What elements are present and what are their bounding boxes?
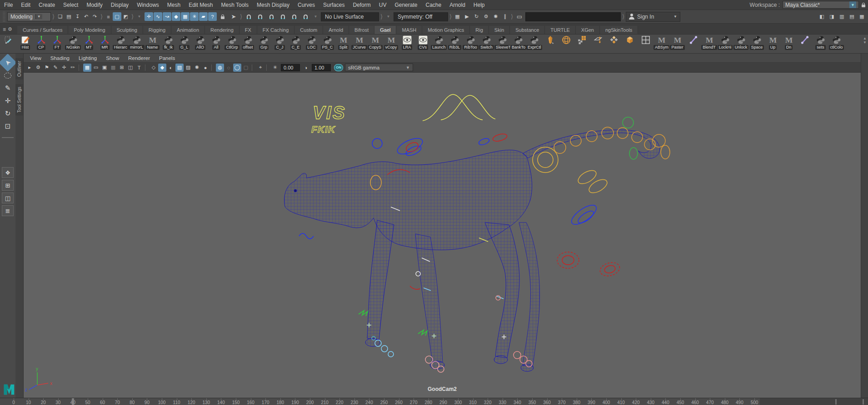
safe-title-icon[interactable]: T: [135, 64, 143, 72]
shelf-tab-arnold[interactable]: Arnold: [323, 26, 349, 34]
anti-aliasing-icon[interactable]: ◯: [233, 64, 241, 72]
bookmark-icon[interactable]: ⚑: [43, 64, 51, 72]
tool-settings-icon[interactable]: ▤: [848, 12, 856, 21]
workspace-pin-icon[interactable]: [862, 5, 865, 7]
shelf-button-Paster[interactable]: MPaster: [669, 35, 685, 50]
shelf-button-mirrorL[interactable]: mirrorL: [129, 35, 145, 50]
attribute-editor-icon[interactable]: ▥: [838, 12, 846, 21]
shelf-button-NGskin[interactable]: NGskin: [65, 35, 81, 50]
time-slider[interactable]: 0102030405060708090100110120130140150160…: [0, 398, 868, 405]
save-scene-icon[interactable]: ↧: [73, 12, 82, 21]
menu-surfaces[interactable]: Surfaces: [319, 0, 349, 10]
range-handle[interactable]: [863, 399, 864, 405]
redo-icon[interactable]: ↷: [90, 12, 99, 21]
camera-select-icon[interactable]: ▸: [25, 64, 34, 72]
mask-meshes-icon[interactable]: ▦: [181, 12, 190, 21]
mask-rendering-icon[interactable]: ▰: [199, 12, 208, 21]
tab-tool-settings[interactable]: Tool Settings: [15, 84, 23, 115]
chevron-down-icon[interactable]: ▼: [384, 12, 393, 21]
shelf-button-fk_Ik[interactable]: fk_Ik: [160, 35, 176, 50]
menu-windows[interactable]: Windows: [133, 0, 163, 10]
menu-set-selector[interactable]: Modeling ▼: [7, 12, 51, 21]
shelf-button-LRA[interactable]: LRA: [399, 35, 415, 50]
shelf-tab-bifrost[interactable]: Bifrost: [349, 26, 374, 34]
new-scene-icon[interactable]: ❏: [56, 12, 65, 21]
highlight-selection-icon[interactable]: ➤: [229, 12, 239, 22]
menu-display[interactable]: Display: [107, 0, 133, 10]
gamma-field[interactable]: 1.00: [312, 64, 331, 71]
shelf-button-Rib3L[interactable]: Rib3L: [447, 35, 463, 50]
shelf-button-orange-pot[interactable]: [542, 35, 558, 50]
mask-curves-icon[interactable]: ∿: [154, 12, 162, 21]
open-scene-icon[interactable]: ▤: [65, 12, 73, 21]
shelf-button-Space[interactable]: Space: [749, 35, 765, 50]
mask-clusters-icon[interactable]: ✳: [190, 12, 199, 21]
panel-menu-view[interactable]: View: [25, 55, 46, 61]
mask-paths-icon[interactable]: ↝: [163, 12, 171, 21]
grid-toggle-icon[interactable]: ▦: [83, 64, 91, 72]
shelf-button-LockHi[interactable]: LockHi: [717, 35, 733, 50]
color-space-selector[interactable]: sRGB gamma ▼: [345, 64, 413, 71]
gate-mask-icon[interactable]: ▩: [109, 64, 117, 72]
move-tool[interactable]: ✛: [1, 94, 14, 107]
live-surface-field[interactable]: No Live Surface: [321, 12, 379, 21]
shelf-button-CP[interactable]: CP: [33, 35, 49, 50]
shelf-button-orange-sphere[interactable]: [558, 35, 574, 50]
tab-outliner[interactable]: Outliner: [15, 58, 23, 79]
menu-create[interactable]: Create: [35, 0, 59, 10]
menu-cache[interactable]: Cache: [421, 0, 445, 10]
shelf-button-sets[interactable]: sets: [813, 35, 828, 50]
wireframe-on-shaded-icon[interactable]: ▨: [184, 64, 192, 72]
shelf-tab-poly-modeling[interactable]: Poly Modeling: [68, 26, 111, 34]
chevron-down-icon[interactable]: ▼: [849, 1, 856, 8]
shelf-button-Hist[interactable]: Hist: [17, 35, 33, 50]
shelf-button-BlendT[interactable]: MBlendT: [701, 35, 717, 50]
mask-surfaces-icon[interactable]: ◆: [172, 12, 180, 21]
shelf-button-bone[interactable]: [797, 35, 813, 50]
shelf-tab-rendering[interactable]: Rendering: [205, 26, 239, 34]
shelf-button-CVs[interactable]: CVs: [415, 35, 431, 50]
shelf-button-Launch[interactable]: Launch: [431, 35, 447, 50]
shelf-button-JCurve[interactable]: MJCurve: [351, 35, 367, 50]
undo-icon[interactable]: ↶: [82, 12, 90, 21]
contrast-icon[interactable]: ◑: [302, 64, 310, 72]
menu-mesh-tools[interactable]: Mesh Tools: [217, 0, 253, 10]
panel-menu-shading[interactable]: Shading: [46, 55, 74, 61]
shelf-button-AllO[interactable]: AllO: [192, 35, 208, 50]
shelf-button-orange-grid[interactable]: [574, 35, 590, 50]
shelf-scroll-arrows[interactable]: ▲▼: [862, 35, 868, 44]
shelf-button-bone[interactable]: [685, 35, 701, 50]
menu-edit[interactable]: Edit: [17, 0, 35, 10]
shelf-button-PS_C[interactable]: PS_C: [319, 35, 335, 50]
layout-two-pane[interactable]: ◫: [2, 193, 14, 203]
modeling-toolkit-icon[interactable]: ◧: [818, 12, 826, 21]
shelf-button-orange-diamonds[interactable]: [606, 35, 622, 50]
shelf-tab-fx-caching[interactable]: FX Caching: [257, 26, 294, 34]
shelf-button-Unlock[interactable]: Unlock: [733, 35, 749, 50]
motion-blur-icon[interactable]: ◌: [224, 64, 233, 72]
shelf-gear-icon[interactable]: ⚙: [8, 26, 12, 33]
sign-in-button[interactable]: Sign In ▼: [626, 12, 680, 22]
group-separator[interactable]: ⟩: [52, 11, 55, 22]
shelf-button-RibToo[interactable]: RibToo: [463, 35, 479, 50]
shelf-button-ExprCtl[interactable]: ExprCtl: [526, 35, 542, 50]
shelf-button-offset[interactable]: offset: [240, 35, 256, 50]
shelf-tab-custom[interactable]: Custom: [294, 26, 323, 34]
shelf-button-Hierarc[interactable]: Hierarc: [113, 35, 129, 50]
shelf-button-SleeveT[interactable]: SleeveT: [494, 35, 510, 50]
shelf-button-G_L[interactable]: G_L: [176, 35, 192, 50]
shelf-button-Split[interactable]: MSplit: [335, 35, 351, 50]
shelf-tab-rig[interactable]: Rig: [470, 26, 489, 34]
menu-mesh[interactable]: Mesh: [163, 0, 185, 10]
statusline-collapse-handle[interactable]: [3, 12, 5, 22]
chevron-down-icon[interactable]: ▼: [135, 12, 144, 21]
chevron-down-icon[interactable]: ▼: [673, 15, 677, 19]
shelf-button-LOC[interactable]: LOC: [304, 35, 319, 50]
color-management-on-badge[interactable]: ON: [334, 64, 343, 71]
field-chart-icon[interactable]: ⊞: [118, 64, 126, 72]
mask-misc-icon[interactable]: ?: [208, 12, 217, 21]
shelf-tab-curves-surfaces[interactable]: Curves / Surfaces: [17, 26, 68, 34]
shelf-button-Grp[interactable]: Grp: [256, 35, 272, 50]
mask-handles-icon[interactable]: ✛: [145, 12, 153, 21]
shelf-tab-gael[interactable]: Gael: [374, 26, 396, 34]
